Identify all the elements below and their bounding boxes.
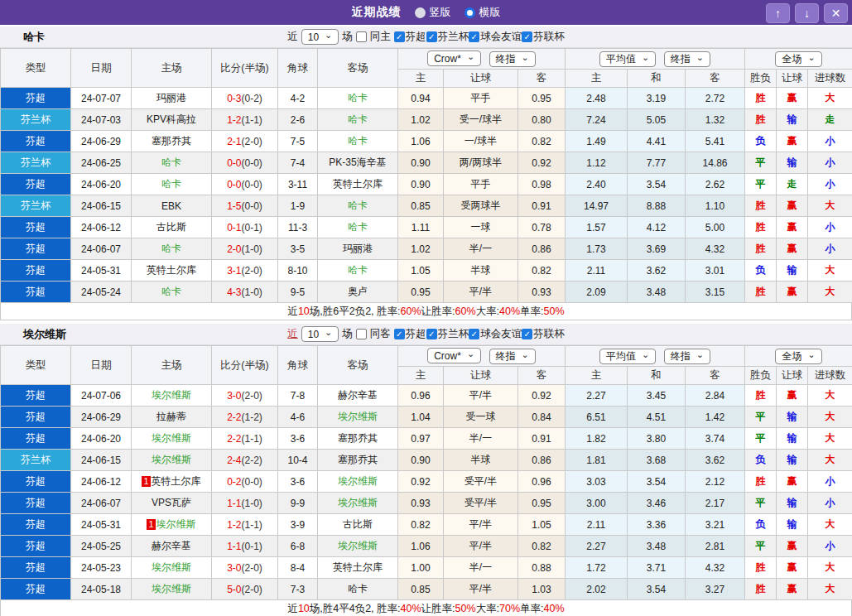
summary-text: 60% bbox=[401, 306, 421, 317]
handicap-line: 平/半 bbox=[444, 514, 518, 536]
match-date: 24-06-29 bbox=[71, 131, 132, 152]
league-filter-checkbox[interactable]: ✓芬超 bbox=[394, 327, 426, 341]
score-cell: 0-0(0-0) bbox=[212, 152, 278, 174]
avg-home-odds: 2.27 bbox=[566, 385, 628, 407]
match-row: 芬兰杯24-07-03KPV科高拉1-2(1-1)2-6哈卡1.02受一/球半0… bbox=[1, 109, 852, 131]
avg-select[interactable]: 平均值 ⌄ bbox=[599, 51, 656, 67]
subcol-avg-draw: 和 bbox=[628, 367, 686, 385]
score-cell: 0-3(0-2) bbox=[212, 88, 278, 109]
avg-final-value: 终指 bbox=[671, 349, 691, 363]
league-filter-checkbox[interactable]: ✓芬兰杯 bbox=[426, 327, 469, 341]
close-button[interactable]: ✕ bbox=[824, 3, 848, 23]
goals-result: 小 bbox=[808, 174, 852, 195]
home-odds: 0.85 bbox=[398, 579, 444, 600]
corners-count: 6-8 bbox=[278, 536, 318, 557]
league-badge: 芬超 bbox=[1, 282, 71, 303]
layout-vertical-label: 竖版 bbox=[430, 5, 451, 20]
home-team-cell: 1英特土尔库 bbox=[132, 471, 212, 493]
same-venue-checkbox[interactable]: 同主 bbox=[356, 30, 391, 44]
handicap-result: 赢 bbox=[777, 471, 808, 493]
handicap-result: 输 bbox=[777, 407, 808, 428]
home-team-name: 哈卡 bbox=[161, 156, 181, 168]
avg-final-select[interactable]: 终指 ⌄ bbox=[664, 349, 710, 364]
avg-draw-odds: 3.68 bbox=[628, 450, 686, 471]
home-team-name: 埃尔维斯 bbox=[152, 454, 191, 465]
away-team-cell: 哈卡 bbox=[318, 109, 398, 131]
avg-dropdown-cell: 平均值 ⌄ 终指 ⌄ bbox=[566, 49, 745, 70]
rank-badge: 1 bbox=[147, 519, 155, 530]
full-time-score: 2-2 bbox=[227, 433, 241, 445]
chevron-down-icon: ⌄ bbox=[696, 350, 704, 359]
rank-badge: 1 bbox=[142, 476, 150, 487]
avg-draw-odds: 3.48 bbox=[628, 536, 686, 557]
match-date: 24-07-07 bbox=[71, 88, 132, 109]
same-venue-checkbox[interactable]: 同客 bbox=[356, 327, 391, 341]
away-odds: 0.98 bbox=[518, 174, 566, 195]
league-filter-checkbox[interactable]: ✓芬联杯 bbox=[522, 327, 565, 341]
handicap-result: 赢 bbox=[777, 536, 808, 557]
away-team-cell: 奥卢 bbox=[318, 282, 398, 303]
half-time-score: (1-2) bbox=[242, 411, 262, 423]
col-header-home: 主场 bbox=[132, 346, 212, 385]
away-team-cell: 埃尔维斯 bbox=[318, 536, 398, 557]
scope-select[interactable]: 全场 ⌄ bbox=[775, 349, 821, 364]
avg-final-select[interactable]: 终指 ⌄ bbox=[664, 51, 710, 67]
subcol-odds-away: 客 bbox=[518, 70, 566, 88]
match-row: 芬超24-06-07哈卡2-0(1-0)3-5玛丽港1.02半/一0.861.7… bbox=[1, 238, 852, 260]
match-count-select[interactable]: 10 ⌄ bbox=[301, 326, 339, 342]
full-time-score: 3-0 bbox=[227, 562, 241, 574]
league-filter-checkbox[interactable]: ✓芬超 bbox=[394, 30, 426, 44]
league-filter-checkbox[interactable]: ✓芬联杯 bbox=[522, 30, 565, 44]
league-filter-label: 球会友谊 bbox=[480, 327, 522, 341]
corners-count: 3-11 bbox=[278, 174, 318, 195]
handicap-line: 平/半 bbox=[444, 282, 518, 303]
league-filter-checkbox[interactable]: ✓球会友谊 bbox=[469, 327, 522, 341]
near-label[interactable]: 近 bbox=[287, 327, 298, 341]
odds-final-select[interactable]: 终指 ⌄ bbox=[489, 349, 536, 364]
home-team-name: 埃尔维斯 bbox=[152, 561, 191, 573]
odds-provider-select[interactable]: Crow* ⌄ bbox=[427, 51, 481, 66]
filter-bar: 近 10 ⌄ 场 同客 ✓芬超✓芬兰杯✓球会友谊✓芬联杯 bbox=[287, 326, 565, 342]
scroll-up-button[interactable]: ↑ bbox=[766, 3, 790, 23]
odds-dropdown-cell: Crow* ⌄ 终指 ⌄ bbox=[398, 49, 566, 70]
half-time-score: (2-0) bbox=[242, 136, 262, 147]
summary-text: 近 bbox=[287, 305, 298, 319]
home-team-cell: 哈卡 bbox=[132, 238, 212, 260]
odds-final-value: 终指 bbox=[496, 349, 516, 363]
layout-horizontal-radio[interactable]: 横版 bbox=[465, 5, 501, 20]
league-filter-checkbox[interactable]: ✓球会友谊 bbox=[469, 30, 522, 44]
league-filter-checkbox[interactable]: ✓芬兰杯 bbox=[426, 30, 469, 44]
away-team-name: 赫尔辛基 bbox=[338, 389, 378, 401]
avg-home-odds: 2.11 bbox=[566, 260, 628, 282]
odds-provider-select[interactable]: Crow* ⌄ bbox=[427, 348, 481, 363]
checkbox-checked-icon: ✓ bbox=[469, 31, 479, 42]
checkbox-checked-icon: ✓ bbox=[469, 329, 479, 339]
avg-select[interactable]: 平均值 ⌄ bbox=[599, 349, 656, 364]
col-header-home: 主场 bbox=[132, 49, 212, 88]
match-count-select[interactable]: 10 ⌄ bbox=[301, 29, 339, 45]
scope-select[interactable]: 全场 ⌄ bbox=[775, 51, 821, 67]
avg-home-odds: 1.73 bbox=[566, 238, 628, 260]
home-team-name: 埃尔维斯 bbox=[152, 583, 191, 594]
handicap-result: 输 bbox=[777, 152, 808, 174]
handicap-result: 赢 bbox=[777, 88, 808, 109]
away-team-cell: 埃尔维斯 bbox=[318, 471, 398, 493]
match-date: 24-05-31 bbox=[71, 260, 132, 282]
odds-provider-value: Crow* bbox=[434, 350, 461, 362]
summary-text: 让胜率: bbox=[421, 305, 455, 319]
layout-vertical-radio[interactable]: 竖版 bbox=[415, 5, 451, 20]
subcol-handicap-result: 让球 bbox=[777, 70, 808, 88]
home-odds: 1.02 bbox=[398, 238, 444, 260]
half-time-score: (1-0) bbox=[242, 243, 262, 255]
avg-away-odds: 1.32 bbox=[686, 109, 745, 131]
scroll-down-button[interactable]: ↓ bbox=[795, 3, 819, 23]
subcol-avg-draw: 和 bbox=[628, 70, 686, 88]
avg-home-odds: 1.72 bbox=[566, 557, 628, 579]
corners-count: 7-4 bbox=[278, 152, 318, 174]
half-time-score: (2-0) bbox=[242, 562, 262, 574]
home-team-name: 拉赫蒂 bbox=[156, 411, 186, 422]
league-badge: 芬超 bbox=[1, 385, 71, 407]
col-header-corners: 角球 bbox=[278, 49, 318, 88]
avg-draw-odds: 3.54 bbox=[628, 579, 686, 600]
odds-final-select[interactable]: 终指 ⌄ bbox=[489, 51, 536, 67]
